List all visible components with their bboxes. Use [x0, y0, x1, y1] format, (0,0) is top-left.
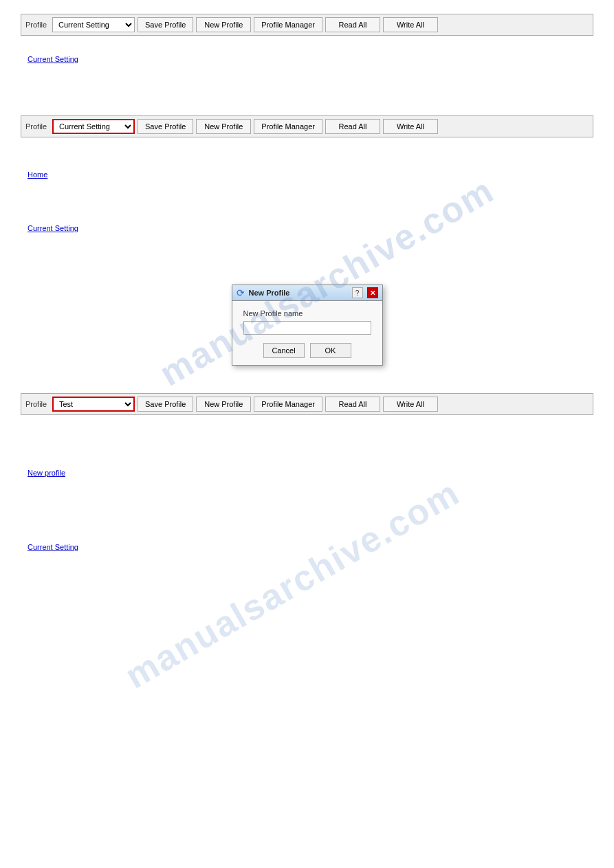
profile-select-1[interactable]: Current Setting [52, 17, 135, 32]
section-3-toolbar-container: Profile Test Save Profile New Profile Pr… [21, 393, 593, 415]
section2-link1[interactable]: Home [28, 170, 47, 179]
save-profile-btn-1[interactable]: Save Profile [138, 17, 193, 32]
profile-label-1: Profile [25, 21, 50, 29]
save-profile-btn-2[interactable]: Save Profile [138, 119, 193, 134]
toolbar-3: Profile Test Save Profile New Profile Pr… [21, 393, 593, 415]
dialog-close-btn[interactable]: ✕ [367, 287, 378, 298]
toolbar-2: Profile Current Setting Save Profile New… [21, 115, 593, 137]
write-all-btn-2[interactable]: Write All [383, 119, 438, 134]
new-profile-name-input[interactable] [243, 321, 371, 335]
new-profile-btn-1[interactable]: New Profile [196, 17, 251, 32]
profile-manager-btn-1[interactable]: Profile Manager [254, 17, 322, 32]
profile-label-2: Profile [25, 122, 50, 131]
write-all-btn-1[interactable]: Write All [383, 17, 438, 32]
dialog-help-btn[interactable]: ? [352, 287, 363, 298]
new-profile-btn-3[interactable]: New Profile [196, 397, 251, 412]
section-1-toolbar-container: Profile Current Setting Save Profile New… [21, 14, 593, 36]
write-all-btn-3[interactable]: Write All [383, 397, 438, 412]
dialog-cancel-btn[interactable]: Cancel [263, 343, 305, 358]
profile-select-2[interactable]: Current Setting [52, 119, 135, 134]
profile-label-3: Profile [25, 400, 50, 408]
dialog-titlebar: ⟳ New Profile ? ✕ [232, 285, 382, 301]
dialog-title-text: New Profile [249, 289, 348, 297]
toolbar-1: Profile Current Setting Save Profile New… [21, 14, 593, 36]
read-all-btn-3[interactable]: Read All [325, 397, 380, 412]
dialog-buttons: Cancel OK [243, 343, 371, 358]
profile-manager-btn-3[interactable]: Profile Manager [254, 397, 322, 412]
save-profile-btn-3[interactable]: Save Profile [138, 397, 193, 412]
dialog-ok-btn[interactable]: OK [310, 343, 351, 358]
profile-manager-btn-2[interactable]: Profile Manager [254, 119, 322, 134]
dialog-title-icon: ⟳ [237, 287, 245, 298]
dialog-body: New Profile name Cancel OK [232, 301, 382, 365]
section-2-toolbar-container: Profile Current Setting Save Profile New… [21, 115, 593, 137]
profile-select-3[interactable]: Test [52, 397, 135, 412]
section1-link1[interactable]: Current Setting [28, 55, 78, 63]
new-profile-btn-2[interactable]: New Profile [196, 119, 251, 134]
section3-link1[interactable]: New profile [28, 469, 65, 477]
section2-link2[interactable]: Current Setting [28, 224, 78, 232]
dialog-field-label: New Profile name [243, 309, 371, 318]
section3-link2[interactable]: Current Setting [28, 543, 78, 551]
new-profile-dialog: ⟳ New Profile ? ✕ New Profile name Cance… [232, 285, 383, 366]
dialog-container: ⟳ New Profile ? ✕ New Profile name Cance… [21, 285, 593, 366]
read-all-btn-1[interactable]: Read All [325, 17, 380, 32]
read-all-btn-2[interactable]: Read All [325, 119, 380, 134]
